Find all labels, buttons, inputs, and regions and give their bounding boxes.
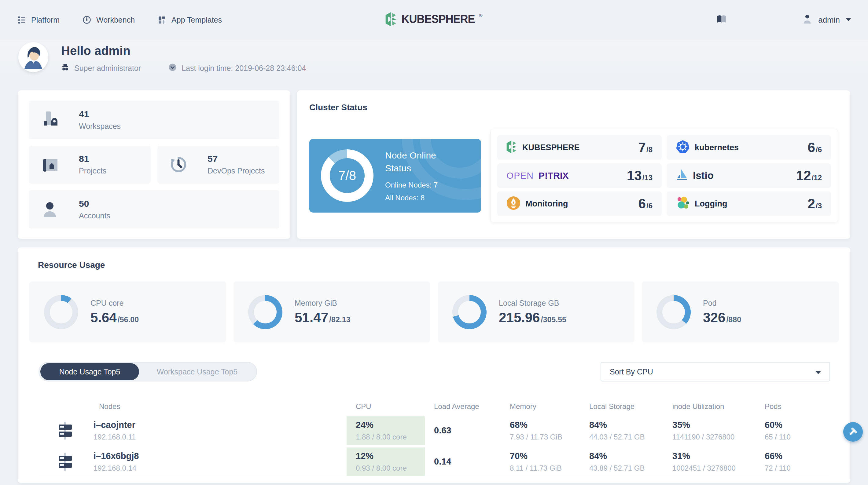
inode-cell: 35% 1141190 / 3276800 (663, 420, 755, 441)
inode-percent: 35% (672, 420, 755, 430)
pods-gauge-label: Pod (703, 299, 741, 308)
storage-cell: 84% 44.03 / 52.71 GB (580, 420, 663, 441)
avatar (18, 42, 48, 72)
service-logging-count: 2 (808, 196, 815, 212)
table-row[interactable]: i–caojnter 192.168.0.11 24% 1.88 / 8.00 … (38, 416, 830, 445)
kubesphere-dashboard: Platform Workbench App Templates KUBESPH… (0, 0, 868, 485)
istio-icon (676, 168, 688, 183)
node-online-ratio: 7/8 (321, 149, 373, 202)
workspaces-icon (40, 110, 60, 130)
nav-workbench-label: Workbench (96, 15, 135, 25)
kubesphere-logo[interactable]: KUBESPHERE ® (385, 12, 482, 28)
top-right-actions: admin (716, 14, 851, 26)
pods-total: /880 (726, 315, 741, 324)
chevron-down-icon (846, 17, 851, 23)
resource-gauges: CPU core 5.64 /56.00 Memory GiB 51.47 /8… (29, 282, 839, 343)
nav-app-templates[interactable]: App Templates (157, 15, 222, 25)
gauge-local-storage[interactable]: Local Storage GB 215.96 /305.55 (438, 282, 634, 343)
user-icon (802, 14, 812, 26)
node-usage-table: Nodes CPU Load Average Memory Local Stor… (29, 397, 839, 476)
service-logging[interactable]: Logging 2 /3 (666, 192, 831, 216)
node-online-title: Node Online Status (385, 149, 465, 175)
dashboard-main: 41 Workspaces 81 Projects (0, 90, 868, 483)
pods-cell: 60% 65 / 110 (755, 420, 830, 441)
service-monitoring[interactable]: Monitoring 6 /6 (497, 192, 662, 216)
platform-stats-card: 41 Workspaces 81 Projects (18, 90, 290, 239)
storage-donut-chart (452, 295, 487, 329)
stat-devops-projects[interactable]: 57 DevOps Projects (157, 146, 279, 184)
service-istio-count: 12 (796, 168, 811, 183)
nav-workbench[interactable]: Workbench (82, 15, 135, 25)
memory-detail: 7.93 / 11.73 GiB (510, 433, 580, 441)
server-icon (55, 452, 75, 472)
nav-platform[interactable]: Platform (17, 15, 60, 25)
user-name: admin (818, 15, 840, 25)
kubesphere-icon (506, 140, 518, 155)
node-name: i–caojnter (94, 420, 136, 430)
accounts-label: Accounts (79, 212, 110, 220)
user-role: Super administrator (61, 63, 141, 73)
storage-detail: 43.89 / 52.71 GB (589, 464, 663, 473)
service-istio-total: /12 (812, 173, 822, 182)
tab-workspace-usage-top5[interactable]: Workspace Usage Top5 (139, 363, 255, 380)
openpitrix-name-bold: P!TRIX (538, 170, 568, 181)
stat-projects[interactable]: 81 Projects (29, 146, 151, 184)
greeting-text: Hello admin Super administrator Last log… (61, 42, 306, 73)
nav-platform-label: Platform (31, 15, 60, 25)
node-name: i–16x6bgj8 (94, 451, 139, 461)
platform-icon (17, 15, 26, 25)
projects-count: 81 (79, 154, 106, 164)
last-login-label: Last login time: 2019-06-28 23:46:04 (182, 64, 306, 73)
pods-used: 326 (703, 310, 725, 325)
pods-detail: 72 / 110 (765, 464, 830, 473)
service-openpitrix-count: 13 (627, 168, 642, 183)
user-menu[interactable]: admin (802, 14, 851, 26)
service-kubesphere[interactable]: KUBESPHERE 7 /8 (497, 135, 662, 160)
stat-accounts[interactable]: 50 Accounts (29, 190, 279, 228)
cpu-donut-chart (44, 295, 78, 329)
pods-percent: 66% (765, 451, 830, 461)
node-online-donut-chart: 7/8 (321, 149, 373, 202)
stat-workspaces[interactable]: 41 Workspaces (29, 101, 279, 139)
tab-node-usage-top5[interactable]: Node Usage Top5 (40, 363, 139, 380)
storage-percent: 84% (589, 420, 663, 430)
storage-used: 215.96 (499, 310, 540, 325)
kubernetes-icon (676, 140, 690, 155)
cluster-status-title: Cluster Status (309, 103, 838, 112)
storage-cell: 84% 43.89 / 52.71 GB (580, 451, 663, 473)
table-row[interactable]: i–16x6bgj8 192.168.0.14 12% 0.93 / 8.00 … (38, 447, 830, 476)
storage-total: /305.55 (541, 315, 566, 324)
service-istio[interactable]: Istio 12 /12 (666, 163, 831, 188)
storage-detail: 44.03 / 52.71 GB (589, 433, 663, 441)
gauge-cpu[interactable]: CPU core 5.64 /56.00 (29, 282, 226, 343)
node-online-status-card[interactable]: 7/8 Node Online Status Online Nodes: 7 A… (309, 139, 481, 213)
service-kubernetes[interactable]: kubernetes 6 /6 (666, 135, 831, 160)
nav-app-templates-label: App Templates (172, 15, 222, 25)
gauge-memory[interactable]: Memory GiB 51.47 /82.13 (234, 282, 430, 343)
role-icon (61, 63, 69, 73)
gauge-pods[interactable]: Pod 326 /880 (642, 282, 839, 343)
service-monitoring-name: Monitoring (525, 199, 568, 208)
workspaces-count: 41 (79, 109, 121, 120)
toolbox-fab-button[interactable] (843, 422, 863, 442)
col-inode: inode Utilization (663, 402, 755, 411)
usage-tabs: Node Usage Top5 Workspace Usage Top5 (38, 362, 257, 382)
service-logging-name: Logging (695, 199, 727, 208)
openpitrix-wordmark: OPENP!TRIX (506, 170, 568, 181)
sort-by-select[interactable]: Sort By CPU (600, 362, 830, 382)
memory-detail: 8.11 / 11.73 GiB (510, 464, 580, 473)
workspaces-label: Workspaces (79, 122, 121, 131)
col-cpu: CPU (347, 402, 425, 411)
devops-count: 57 (208, 154, 265, 164)
col-pods: Pods (755, 402, 830, 411)
service-openpitrix[interactable]: OPENP!TRIX 13 /13 (497, 163, 662, 188)
cluster-services-panel: KUBESPHERE 7 /8 (490, 129, 838, 222)
service-monitoring-total: /6 (646, 201, 653, 210)
book-icon[interactable] (716, 14, 727, 25)
load-average-value: 0.14 (434, 457, 451, 466)
storage-percent: 84% (589, 451, 663, 461)
table-header-row: Nodes CPU Load Average Memory Local Stor… (38, 397, 830, 416)
col-local-storage: Local Storage (580, 402, 663, 411)
memory-used: 51.47 (294, 310, 328, 325)
accounts-icon (40, 199, 60, 220)
